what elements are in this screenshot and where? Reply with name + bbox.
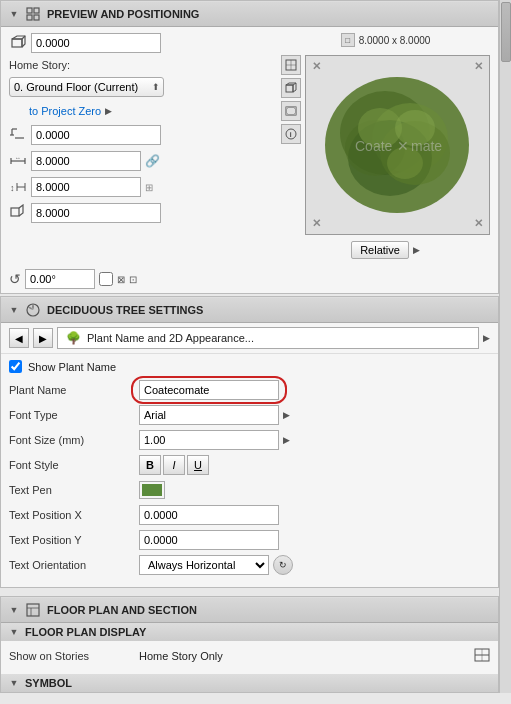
svg-rect-4 [12,39,22,47]
svg-text:i: i [290,130,292,139]
font-type-input[interactable] [139,405,279,425]
text-pos-x-label: Text Position X [9,509,139,521]
field1-input[interactable] [31,125,161,145]
svg-rect-30 [294,107,296,109]
elevation-icon [9,126,27,144]
font-size-label: Font Size (mm) [9,434,139,446]
font-style-row: Font Style B I U [9,454,490,476]
svg-rect-29 [286,107,288,109]
bold-button[interactable]: B [139,455,161,475]
scrollbar-thumb[interactable] [501,2,511,62]
svg-rect-2 [27,15,32,20]
text-orientation-select[interactable]: Always Horizontal With Object Always Ver… [139,555,269,575]
preview-side-icons: i [281,55,301,235]
deciduous-panel: ▼ DECIDUOUS TREE SETTINGS ◀ ▶ [0,296,499,588]
mirror-y-icon: ⊡ [129,274,137,285]
preview-right-col: □ 8.0000 x 8.0000 [281,33,490,259]
show-on-stories-row: Show on Stories Home Story Only [9,645,490,667]
floor-plan-header[interactable]: ▼ FLOOR PLAN AND SECTION [1,597,498,623]
font-type-label: Font Type [9,409,139,421]
show-on-stories-text: Home Story Only [139,650,223,662]
box-icon [9,34,27,52]
mirror-x-checkbox[interactable] [99,272,113,286]
plant-name-input[interactable] [139,380,279,400]
form-body: Plant Name Font Type ▶ [1,377,498,587]
floor-display-arrow-icon: ▼ [9,627,19,637]
field4-row [9,203,273,223]
field2-input[interactable] [31,151,141,171]
show-on-stories-value: Home Story Only [139,648,490,664]
deciduous-arrow-icon: ▼ [9,305,19,315]
svg-rect-31 [286,113,288,115]
to-project-link[interactable]: to Project Zero [29,105,101,117]
svg-rect-48 [27,604,39,616]
font-style-label: Font Style [9,459,139,471]
depth-icon [9,204,27,222]
field2-row: ↔ 🔗 [9,151,273,171]
tab-next-button[interactable]: ▶ [33,328,53,348]
view-top-icon[interactable] [281,55,301,75]
text-pen-swatch[interactable] [139,481,165,499]
show-on-stories-label: Show on Stories [9,650,139,662]
spacer [0,588,499,596]
deciduous-section-header[interactable]: ▼ DECIDUOUS TREE SETTINGS [1,297,498,323]
rotation-input[interactable] [25,269,95,289]
preview-image: ✕ ✕ ✕ ✕ [305,55,490,235]
tree-svg: Coate ✕ mate [315,63,480,228]
view-film-icon[interactable] [281,101,301,121]
right-scrollbar[interactable] [499,0,511,693]
svg-text:✕: ✕ [397,138,409,154]
preview-arrow-icon: ▼ [9,9,19,19]
position-row [9,33,273,53]
underline-button[interactable]: U [187,455,209,475]
position-input[interactable] [31,33,161,53]
info-icon[interactable]: i [281,124,301,144]
rotation-row: ↺ ⊠ ⊡ [1,265,498,293]
field4-input[interactable] [31,203,161,223]
text-pos-y-input[interactable] [139,530,279,550]
home-story-select[interactable]: 0. Ground Floor (Current) [9,77,164,97]
italic-button[interactable]: I [163,455,185,475]
tab-label-text: Plant Name and 2D Appearance... [87,332,254,344]
text-pos-y-value [139,530,490,550]
symbol-subheader[interactable]: ▼ SYMBOL [1,674,498,692]
svg-rect-32 [294,113,296,115]
orientation-cycle-button[interactable]: ↻ [273,555,293,575]
field3-input[interactable] [31,177,141,197]
height-icon: ↕ [9,178,27,196]
svg-rect-3 [34,15,39,20]
plant-name-label: Plant Name [9,384,139,396]
font-size-arrow-icon: ▶ [283,435,290,445]
relative-button[interactable]: Relative [351,241,409,259]
font-size-input[interactable] [139,430,279,450]
relative-arrow-icon: ▶ [413,245,420,255]
font-style-value: B I U [139,455,490,475]
preview-section-header[interactable]: ▼ PREVIEW AND POSITIONING [1,1,498,27]
width-icon: ↔ [9,152,27,170]
text-pen-label: Text Pen [9,484,139,496]
plant-name-value [139,380,490,400]
text-orientation-row: Text Orientation Always Horizontal With … [9,554,490,576]
preview-size-btn[interactable]: □ [341,33,355,47]
floor-display-subheader[interactable]: ▼ FLOOR PLAN DISPLAY [1,623,498,641]
corner-cross-tr: ✕ [474,60,483,73]
view-3d-icon[interactable] [281,78,301,98]
text-pen-value [139,481,490,499]
show-plant-label: Show Plant Name [28,361,116,373]
floor-body: Show on Stories Home Story Only [1,641,498,674]
preview-header-label: PREVIEW AND POSITIONING [47,8,199,20]
font-style-buttons: B I U [139,455,209,475]
text-pos-x-input[interactable] [139,505,279,525]
tab-prev-button[interactable]: ◀ [9,328,29,348]
show-plant-checkbox[interactable] [9,360,22,373]
text-pen-color [142,484,162,496]
text-orientation-label: Text Orientation [9,559,139,571]
svg-rect-24 [286,85,293,92]
text-pos-y-label: Text Position Y [9,534,139,546]
home-story-label: Home Story: [9,59,273,71]
tab-expand-icon[interactable]: ▶ [483,333,490,343]
resize-handle[interactable]: ⊞ [145,182,153,193]
to-project-row: to Project Zero ▶ [9,105,273,117]
orientation-cycle-icon: ↻ [279,560,287,570]
preview-body: Home Story: 0. Ground Floor (Current) ⬆ … [1,27,498,265]
